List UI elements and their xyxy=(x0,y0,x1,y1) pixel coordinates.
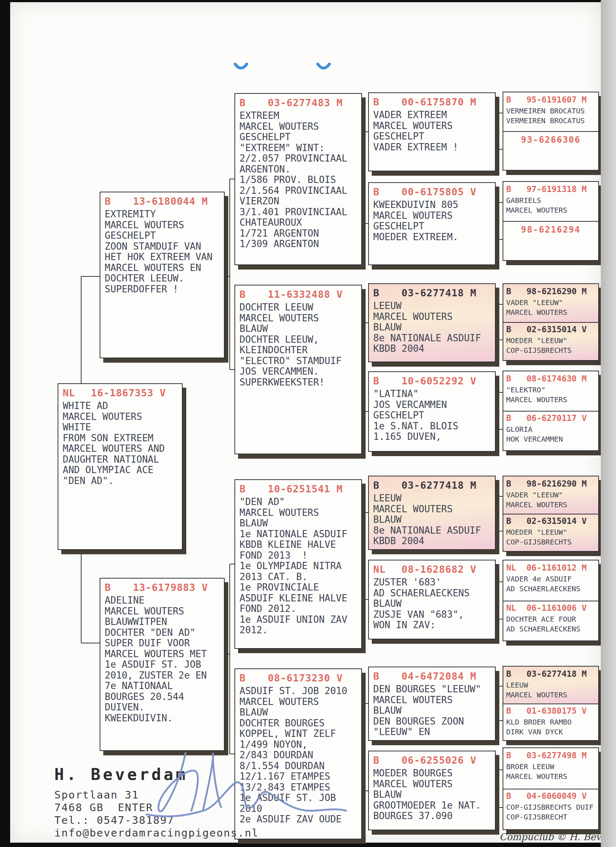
ring-number: 01-6380175 V xyxy=(526,706,586,716)
pedigree-line: MARCEL WOUTERS xyxy=(506,690,597,700)
owner-address2: 7468 GB ENTER xyxy=(55,801,259,814)
ring-number: 03-6277483 M xyxy=(268,97,343,108)
box-divider xyxy=(503,322,598,323)
country-code: B xyxy=(506,325,526,334)
pedigree-scan-page: B13-6180044 MEXTREMITYMARCEL WOUTERSGESC… xyxy=(0,0,616,847)
ring-header: NL06-1161006 V xyxy=(503,601,598,614)
pedigree-line: MARCEL WOUTERS xyxy=(506,395,597,405)
pedigree-line: 1e PROVINCIALE xyxy=(239,582,358,593)
pedigree-line: COP-GIJSBRECHT xyxy=(506,812,597,822)
pedigree-connector-line xyxy=(363,599,368,600)
pedigree-line: BLAUW xyxy=(373,514,492,525)
pedigree-line: VADER "LEEUW" xyxy=(506,490,597,500)
pedigree-connector-line xyxy=(363,132,364,224)
pedigree-connector-line xyxy=(81,276,100,277)
pigeon-box-c3_8: B06-6255026 VMOEDER BOURGESMARCEL WOUTER… xyxy=(368,751,496,830)
pigeon-box-c2_2: B11-6332488 VDOCHTER LEEUWMARCEL WOUTERS… xyxy=(235,285,362,454)
pedigree-line: MARCEL WOUTERS xyxy=(239,313,358,324)
pedigree-line: CHATEAUROUX xyxy=(239,217,358,228)
pedigree-line: MARCEL WOUTERS xyxy=(239,121,358,132)
pedigree-line: SUPERKWEEKSTER! xyxy=(239,377,358,388)
country-code: B xyxy=(506,374,526,383)
pedigree-connector-line xyxy=(363,512,368,513)
country-code: B xyxy=(105,196,133,207)
pedigree-connector-line xyxy=(229,564,230,754)
blue-pen-mark xyxy=(316,63,331,71)
pedigree-line: KBDB 2004 xyxy=(373,344,492,354)
pedigree-line: DAUGHTER NATIONAL xyxy=(63,454,179,465)
pedigree-line: MARCEL WOUTERS xyxy=(373,121,492,131)
pigeon-box-c4_4: B08-6174630 M"ELEKTRO"MARCEL WOUTERSB06-… xyxy=(502,370,599,451)
pedigree-line: MARCEL WOUTERS xyxy=(373,211,492,221)
pedigree-line: 2/2.057 PROVINCIAAL xyxy=(239,153,358,164)
pedigree-line: 2012. xyxy=(239,625,358,636)
pigeon-box-c1main: NL16-1867353 VWHITE ADMARCEL WOUTERSWHIT… xyxy=(58,383,183,550)
pedigree-connector-line xyxy=(230,754,235,754)
pigeon-box-c4_3: B98-6216290 MVADER "LEEUW"MARCEL WOUTERS… xyxy=(502,283,599,361)
ring-header: B08-6173230 V xyxy=(235,669,361,685)
ring-number: 08-1628682 V xyxy=(402,564,477,575)
pedigree-connector-line xyxy=(363,223,368,224)
pedigree-line: MARCEL WOUTERS xyxy=(105,220,221,231)
pedigree-connector-line xyxy=(497,496,498,531)
ring-number: 11-6332488 V xyxy=(268,289,343,300)
pedigree-text: VADER "LEEUW"MARCEL WOUTERS xyxy=(503,490,598,510)
pedigree-line: 1e S.NAT. BLOIS xyxy=(373,421,492,432)
pigeon-box-c3_3: B03-6277418 MLEEUWMARCEL WOUTERSBLAUW8e … xyxy=(368,283,496,362)
pedigree-line: GESCHELPT xyxy=(105,230,221,241)
country-code: B xyxy=(506,751,526,760)
pedigree-line: LEEUW xyxy=(373,301,492,311)
pedigree-connector-line xyxy=(497,304,498,340)
ring-header: B98-6216290 M xyxy=(503,477,598,490)
country-code: B xyxy=(373,287,402,298)
pedigree-line: COP-GIJSBRECHTS xyxy=(506,537,597,547)
pigeon-sub-dam: NL06-1161006 VDOCHTER ACE FOURAD SCHAERL… xyxy=(503,601,598,641)
owner-phone: Tel.: 0547-381897 xyxy=(55,814,259,827)
pigeon-sub-dam: 93-6266306 xyxy=(503,131,598,170)
pedigree-line: "DEN AD" xyxy=(239,497,358,508)
pedigree-line: 7e NATIONAAL xyxy=(105,681,221,692)
country-code: B xyxy=(239,483,268,494)
ring-header: B04-6472084 M xyxy=(369,667,495,683)
pedigree-line: BLAUW xyxy=(239,518,358,529)
pedigree-connector-line xyxy=(363,513,364,599)
country-code: B xyxy=(239,97,268,108)
ring-header: B10-6251541 M xyxy=(235,480,361,496)
pedigree-line: KBDB KLEINE HALVE xyxy=(239,539,358,550)
pedigree-line: BROER LEEUW xyxy=(506,762,597,772)
pedigree-connector-line xyxy=(497,113,502,114)
pedigree-line: GESCHELPT xyxy=(239,132,358,143)
pedigree-line: MOEDER "LEEUW" xyxy=(506,527,597,537)
ring-header: B13-6179883 V xyxy=(100,578,224,595)
pigeon-box-c4_5: B98-6216290 MVADER "LEEUW"MARCEL WOUTERS… xyxy=(502,476,599,552)
pedigree-line: VERMEIREN BROCATUS xyxy=(506,116,597,126)
country-code: B xyxy=(373,671,402,682)
ring-number: 04-6472084 M xyxy=(402,671,477,682)
pigeon-box-c4_7: B03-6277418 MLEEUWMARCEL WOUTERSB01-6380… xyxy=(502,666,599,741)
pigeon-sub-sire: B08-6174630 M"ELEKTRO"MARCEL WOUTERS xyxy=(503,371,598,411)
pedigree-text: KLD BROER RAMBODIRK VAN DYCK xyxy=(503,717,598,737)
pedigree-line: MARCEL WOUTERS EN xyxy=(105,263,221,273)
pigeon-sub-sire: B03-6277498 MBROER LEEUWMARCEL WOUTERS xyxy=(503,748,598,789)
ring-header: B98-6216290 M xyxy=(503,284,598,297)
ring-number: 93-6266306 xyxy=(503,135,598,145)
box-divider xyxy=(503,601,598,601)
pedigree-text: EXTREMITYMARCEL WOUTERSGESCHELPTZOON STA… xyxy=(100,208,224,295)
pedigree-line: BLAUW xyxy=(239,323,358,334)
ring-header: NL16-1867353 V xyxy=(58,384,182,400)
ring-header: B00-6175870 M xyxy=(369,93,495,109)
pedigree-line: DOCHTER LEEUW. xyxy=(105,273,221,284)
pedigree-line: VADER EXTREEM xyxy=(373,110,492,121)
pigeon-box-c1a: B13-6180044 MEXTREMITYMARCEL WOUTERSGESC… xyxy=(100,192,225,358)
box-divider xyxy=(503,789,598,789)
pedigree-line: AD SCHAERLAECKENS xyxy=(506,624,597,634)
country-code: B xyxy=(373,96,402,108)
pedigree-line: VIERZON xyxy=(239,196,358,207)
pedigree-connector-line xyxy=(497,770,498,807)
pedigree-connector-line xyxy=(497,392,502,393)
ring-header: B03-6277418 M xyxy=(369,477,495,492)
ring-number: 06-6255026 V xyxy=(402,755,477,766)
pedigree-connector-line xyxy=(497,769,502,770)
pedigree-line: 8e NATIONALE ASDUIF xyxy=(373,333,492,344)
pedigree-line: 1/586 PROV. BLOIS xyxy=(239,175,358,186)
